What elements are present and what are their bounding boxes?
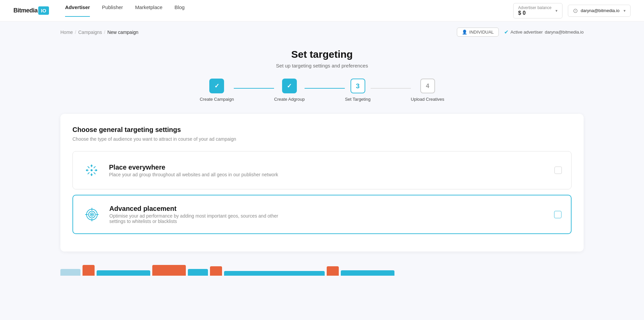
nav-advertiser[interactable]: Advertiser (65, 4, 90, 17)
targeting-card: Choose general targeting settings Choose… (60, 114, 584, 252)
breadcrumb-bar: Home / Campaigns / New campaign 👤 INDIVI… (0, 21, 644, 37)
svg-point-16 (91, 214, 93, 215)
footer-block-5 (188, 269, 208, 276)
svg-point-8 (91, 169, 93, 171)
option-advanced-placement[interactable]: Advanced placement Optimise your ad perf… (72, 195, 572, 234)
individual-icon: 👤 (462, 30, 467, 35)
option-everywhere-name: Place everywhere (109, 164, 546, 171)
active-label: Active advertiser (511, 30, 543, 35)
step-label-1: Create Campaign (200, 97, 234, 102)
step-label-3: Set Targeting (345, 97, 370, 102)
active-advertiser: ✔ Active advertiser daryna@bitmedia.io (504, 29, 584, 35)
step-circle-4: 4 (420, 79, 435, 93)
logo-box: IO (38, 6, 49, 15)
svg-line-6 (88, 173, 89, 174)
svg-line-5 (94, 167, 95, 168)
navbar-left: Bitmedia IO Advertiser Publisher Marketp… (13, 4, 184, 17)
option-advanced-name: Advanced placement (109, 205, 546, 213)
active-email: daryna@bitmedia.io (545, 30, 584, 35)
individual-badge: 👤 INDIVIDUAL (457, 28, 499, 37)
check-circle-icon: ✔ (504, 29, 508, 35)
chevron-down-icon: ▾ (624, 8, 626, 13)
step-circle-2: ✓ (282, 79, 297, 93)
user-email: daryna@bitmedia.io (581, 8, 620, 13)
balance-label: Advertiser balance (518, 5, 551, 10)
individual-label: INDIVIDUAL (469, 30, 494, 35)
footer-block-4 (152, 265, 186, 276)
nav-publisher[interactable]: Publisher (102, 4, 123, 17)
balance-amount: $ 0 (518, 10, 551, 16)
nav-links: Advertiser Publisher Marketplace Blog (65, 4, 184, 17)
step-connector-1 (234, 88, 274, 89)
page-subtitle: Set up targeting settings and preference… (60, 63, 584, 68)
footer-block-9 (341, 270, 394, 276)
nav-blog[interactable]: Blog (174, 4, 184, 17)
breadcrumb-right: 👤 INDIVIDUAL ✔ Active advertiser daryna@… (457, 28, 584, 37)
svg-line-7 (94, 173, 95, 174)
option-everywhere-radio[interactable] (554, 167, 562, 174)
option-place-everywhere[interactable]: Place everywhere Place your ad group thr… (72, 151, 572, 189)
step-set-targeting: 3 Set Targeting (345, 79, 370, 102)
breadcrumb-current: New campaign (107, 30, 139, 35)
footer-block-2 (83, 265, 95, 276)
navbar: Bitmedia IO Advertiser Publisher Marketp… (0, 0, 644, 21)
card-subtitle: Choose the type of audience you want to … (72, 136, 572, 142)
navbar-right: Advertiser balance $ 0 ▾ ⊙ daryna@bitmed… (513, 3, 631, 18)
step-create-campaign: ✓ Create Campaign (200, 79, 234, 102)
svg-line-4 (88, 167, 89, 168)
stepper: ✓ Create Campaign ✓ Create Adgroup 3 Set… (60, 79, 584, 102)
main-content: Set targeting Set up targeting settings … (0, 37, 644, 276)
place-everywhere-icon (82, 161, 101, 180)
nav-marketplace[interactable]: Marketplace (135, 4, 163, 17)
step-label-2: Create Adgroup (274, 97, 305, 102)
breadcrumb-campaigns[interactable]: Campaigns (78, 30, 102, 35)
footer-block-7 (224, 271, 325, 276)
breadcrumb-home[interactable]: Home (60, 30, 73, 35)
logo-text: Bitmedia (13, 7, 38, 14)
option-everywhere-desc: Place your ad group throughout all websi… (109, 172, 283, 177)
step-circle-3: 3 (351, 79, 365, 93)
user-icon: ⊙ (573, 7, 578, 14)
balance-info: Advertiser balance $ 0 (518, 5, 551, 16)
step-upload-creatives: 4 Upload Creatives (411, 79, 444, 102)
page-title-section: Set targeting Set up targeting settings … (60, 49, 584, 68)
footer-block-8 (327, 266, 339, 276)
footer-block-6 (210, 266, 222, 276)
chevron-down-icon: ▾ (555, 8, 557, 13)
step-circle-1: ✓ (209, 79, 224, 93)
logo[interactable]: Bitmedia IO (13, 6, 49, 15)
user-box[interactable]: ⊙ daryna@bitmedia.io ▾ (568, 5, 631, 17)
footer-block-1 (60, 269, 80, 276)
footer-block-3 (97, 270, 150, 276)
option-everywhere-texts: Place everywhere Place your ad group thr… (109, 164, 546, 177)
step-create-adgroup: ✓ Create Adgroup (274, 79, 305, 102)
page-title: Set targeting (60, 49, 584, 60)
option-advanced-texts: Advanced placement Optimise your ad perf… (109, 205, 546, 224)
advanced-placement-icon (83, 205, 101, 224)
card-title: Choose general targeting settings (72, 126, 572, 134)
step-connector-2 (305, 88, 345, 89)
option-advanced-desc: Optimise your ad performance by adding m… (109, 213, 284, 224)
step-connector-3 (371, 88, 411, 89)
footer-bar (60, 264, 584, 276)
balance-box[interactable]: Advertiser balance $ 0 ▾ (513, 3, 562, 18)
breadcrumb-sep-1: / (75, 30, 76, 35)
step-label-4: Upload Creatives (411, 97, 444, 102)
breadcrumb-sep-2: / (104, 30, 105, 35)
breadcrumb: Home / Campaigns / New campaign (60, 30, 139, 35)
option-advanced-radio[interactable] (554, 211, 561, 218)
